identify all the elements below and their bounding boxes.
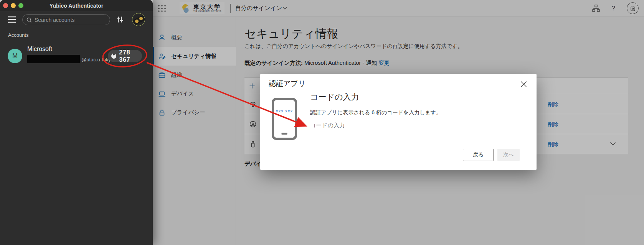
dialog-instruction: 認証アプリに表示される 6 桁のコードを入力します。	[310, 109, 441, 116]
next-button[interactable]: 次へ	[497, 149, 520, 161]
hamburger-menu-icon[interactable]	[8, 16, 16, 23]
search-input[interactable]	[35, 17, 110, 23]
yubico-authenticator-window: Yubico Authenticator Accounts M Microsof…	[0, 0, 153, 245]
countdown-timer-icon	[111, 53, 116, 59]
close-icon[interactable]	[519, 79, 528, 89]
phone-illustration: xxx xxx	[272, 98, 297, 140]
screen: 東京大学 THE UNIVERSITY OF TOKYO 自分のサインイン ?	[0, 0, 644, 245]
phone-home-bar	[282, 133, 287, 135]
dialog-heading: コードの入力	[310, 92, 359, 102]
dialog-title: 認証アプリ	[269, 79, 305, 89]
authenticator-app-dialog: 認証アプリ xxx xxx コードの入力 認証アプリに表示される 6 桁のコード…	[260, 74, 537, 170]
redacted-account-name	[27, 55, 80, 63]
account-issuer: Microsoft	[27, 46, 52, 53]
accounts-section-label: Accounts	[8, 32, 28, 38]
window-titlebar: Yubico Authenticator	[0, 0, 153, 11]
search-field	[22, 14, 110, 25]
yubikey-icon[interactable]	[132, 13, 145, 26]
account-avatar: M	[8, 49, 22, 63]
otp-code: 278 367	[119, 49, 142, 63]
code-input[interactable]	[310, 118, 430, 132]
phone-screen-code: xxx xxx	[274, 109, 295, 113]
otp-code-pill[interactable]: 278 367	[108, 50, 142, 62]
window-title: Yubico Authenticator	[0, 3, 153, 9]
back-button[interactable]: 戻る	[463, 149, 494, 161]
search-icon	[26, 17, 32, 23]
filter-sliders-icon[interactable]	[116, 16, 124, 23]
